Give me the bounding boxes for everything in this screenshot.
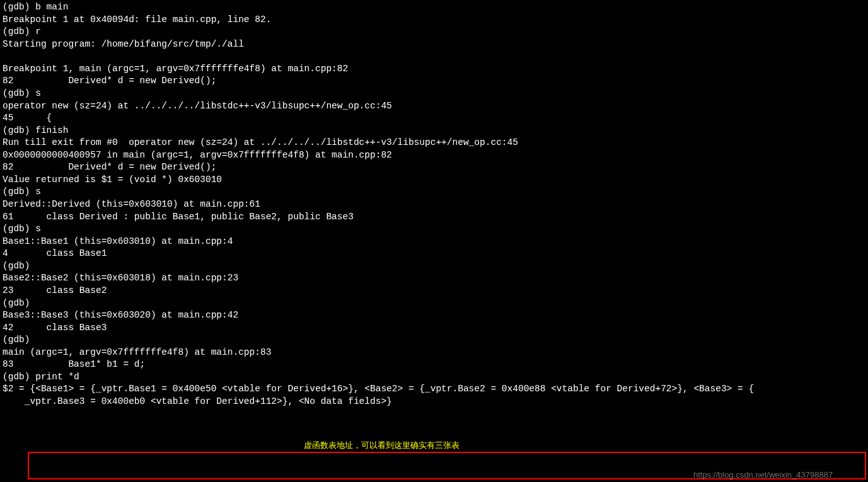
terminal-line: 23 class Base2 xyxy=(3,285,865,297)
terminal-line: Value returned is $1 = (void *) 0x603010 xyxy=(3,174,865,186)
terminal-line: (gdb) b main xyxy=(3,1,865,14)
terminal-line: (gdb) s xyxy=(3,186,865,198)
terminal-line: _vptr.Base3 = 0x400eb0 <vtable for Deriv… xyxy=(3,396,865,408)
watermark-text: https://blog.csdn.net/weixin_43798887 xyxy=(693,469,833,481)
terminal-line: (gdb) s xyxy=(3,88,865,100)
terminal-line: main (argc=1, argv=0x7fffffffe4f8) at ma… xyxy=(3,347,865,359)
terminal-line: 61 class Derived : public Base1, public … xyxy=(3,211,865,224)
terminal-line: 82 Derived* d = new Derived(); xyxy=(3,161,865,174)
terminal-line: (gdb) xyxy=(3,260,865,273)
terminal-line: Starting program: /home/bifang/src/tmp/.… xyxy=(3,38,865,51)
terminal-line: Breakpoint 1 at 0x40094d: file main.cpp,… xyxy=(3,14,865,26)
terminal-line: 42 class Base3 xyxy=(3,322,865,335)
terminal-line: 0x0000000000400957 in main (argc=1, argv… xyxy=(3,149,865,162)
terminal-line: (gdb) finish xyxy=(3,125,865,137)
terminal-output: (gdb) b mainBreakpoint 1 at 0x40094d: fi… xyxy=(3,1,865,408)
terminal-line xyxy=(3,50,865,63)
terminal-line: Base2::Base2 (this=0x603018) at main.cpp… xyxy=(3,272,865,285)
annotation-label: 虚函数表地址，可以看到这里确实有三张表 xyxy=(304,440,460,451)
terminal-line: Derived::Derived (this=0x603010) at main… xyxy=(3,198,865,211)
terminal-line: $2 = {<Base1> = {_vptr.Base1 = 0x400e50 … xyxy=(3,383,865,396)
terminal-line: (gdb) s xyxy=(3,223,865,236)
terminal-line: Base1::Base1 (this=0x603010) at main.cpp… xyxy=(3,236,865,248)
terminal-line: operator new (sz=24) at ../../../../libs… xyxy=(3,100,865,113)
terminal-line: 45 { xyxy=(3,112,865,125)
terminal-line: 4 class Base1 xyxy=(3,248,865,260)
terminal-line: (gdb) print *d xyxy=(3,371,865,384)
terminal-line: Run till exit from #0 operator new (sz=2… xyxy=(3,137,865,149)
terminal-line: 83 Base1* b1 = d; xyxy=(3,359,865,371)
terminal-line: Breakpoint 1, main (argc=1, argv=0x7ffff… xyxy=(3,63,865,76)
terminal-line: (gdb) xyxy=(3,334,865,347)
terminal-line: 82 Derived* d = new Derived(); xyxy=(3,75,865,88)
terminal-line: (gdb) r xyxy=(3,26,865,38)
terminal-line: (gdb) xyxy=(3,297,865,310)
terminal-line: Base3::Base3 (this=0x603020) at main.cpp… xyxy=(3,309,865,322)
